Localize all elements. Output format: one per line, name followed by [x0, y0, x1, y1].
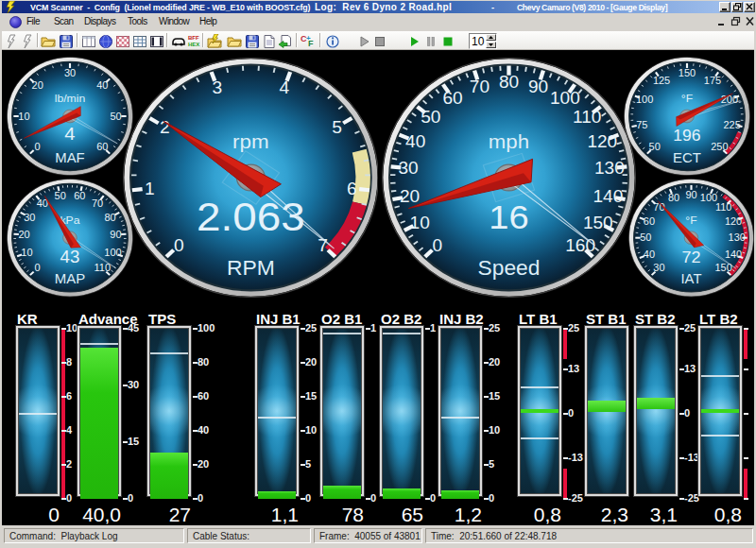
svg-text:30: 30: [24, 212, 35, 223]
svg-text:60: 60: [442, 88, 462, 107]
svg-text:10: 10: [18, 111, 29, 122]
svg-text:160: 160: [565, 235, 595, 254]
svg-text:80: 80: [104, 212, 115, 223]
svg-text:60: 60: [74, 190, 85, 201]
svg-text:120: 120: [587, 131, 617, 150]
svg-text:1: 1: [145, 179, 155, 197]
svg-text:40: 40: [643, 248, 654, 260]
svg-text:lb/min: lb/min: [54, 93, 85, 106]
svg-text:4: 4: [279, 77, 289, 96]
svg-text:130: 130: [594, 158, 625, 177]
svg-text:30: 30: [653, 263, 664, 274]
svg-text:50: 50: [648, 142, 660, 153]
svg-text:16: 16: [489, 197, 528, 235]
svg-text:0: 0: [34, 142, 40, 153]
svg-text:150: 150: [583, 213, 613, 231]
svg-text:0: 0: [433, 235, 443, 254]
svg-text:5: 5: [332, 117, 342, 136]
svg-text:20: 20: [18, 230, 29, 241]
svg-text:40: 40: [405, 131, 425, 150]
svg-text:120: 120: [724, 215, 741, 227]
svg-text:Speed: Speed: [478, 256, 541, 279]
svg-text:90: 90: [528, 77, 548, 95]
svg-text:0: 0: [34, 263, 40, 274]
svg-text:20: 20: [31, 80, 43, 92]
svg-text:rpm: rpm: [232, 129, 269, 152]
svg-text:72: 72: [681, 248, 700, 266]
svg-text:0: 0: [174, 235, 184, 254]
svg-text:20: 20: [400, 186, 420, 205]
svg-text:60: 60: [96, 142, 108, 153]
svg-text:250: 250: [711, 142, 728, 153]
svg-text:80: 80: [499, 72, 519, 91]
svg-text:60: 60: [643, 215, 654, 227]
svg-text:6: 6: [347, 179, 357, 197]
svg-text:10: 10: [410, 213, 430, 231]
svg-text:90: 90: [110, 230, 121, 241]
svg-text:75: 75: [636, 119, 647, 130]
svg-text:ECT: ECT: [673, 151, 701, 166]
svg-text:50: 50: [421, 107, 440, 126]
svg-text:F: F: [308, 39, 314, 48]
svg-text:2: 2: [160, 117, 170, 136]
svg-text:BFF: BFF: [188, 35, 199, 41]
svg-text:100: 100: [550, 88, 580, 107]
svg-text:RPM: RPM: [227, 257, 275, 280]
svg-text:50: 50: [110, 111, 121, 122]
svg-text:100: 100: [104, 248, 121, 259]
svg-text:50: 50: [640, 232, 651, 244]
svg-text:225: 225: [723, 119, 740, 130]
svg-text:140: 140: [724, 248, 741, 260]
svg-text:30: 30: [398, 158, 418, 177]
svg-text:MAF: MAF: [55, 151, 85, 166]
svg-text:°F: °F: [680, 93, 692, 106]
svg-text:40: 40: [96, 80, 108, 92]
svg-text:140: 140: [593, 186, 623, 205]
svg-text:50: 50: [54, 190, 65, 201]
svg-text:HEX: HEX: [188, 42, 199, 47]
svg-text:100: 100: [635, 94, 652, 106]
svg-text:196: 196: [673, 128, 700, 145]
svg-text:70: 70: [91, 197, 102, 209]
svg-text:4: 4: [64, 124, 75, 144]
svg-text:IAT: IAT: [680, 272, 701, 287]
svg-text:110: 110: [714, 202, 731, 214]
svg-text:43: 43: [60, 248, 79, 266]
svg-text:110: 110: [573, 107, 601, 126]
svg-text:80: 80: [667, 193, 679, 204]
svg-text:30: 30: [63, 68, 75, 79]
svg-text:175: 175: [703, 75, 720, 86]
svg-text:150: 150: [678, 68, 695, 79]
svg-text:mph: mph: [489, 129, 529, 152]
svg-text:10: 10: [21, 248, 32, 259]
svg-text:125: 125: [652, 75, 669, 86]
svg-text:3: 3: [212, 77, 222, 96]
svg-text:MAP: MAP: [54, 272, 84, 286]
svg-text:110: 110: [94, 263, 111, 274]
svg-text:90: 90: [685, 189, 696, 200]
svg-text:130: 130: [728, 232, 745, 244]
svg-text:70: 70: [470, 77, 490, 95]
svg-text:°F: °F: [685, 214, 696, 227]
